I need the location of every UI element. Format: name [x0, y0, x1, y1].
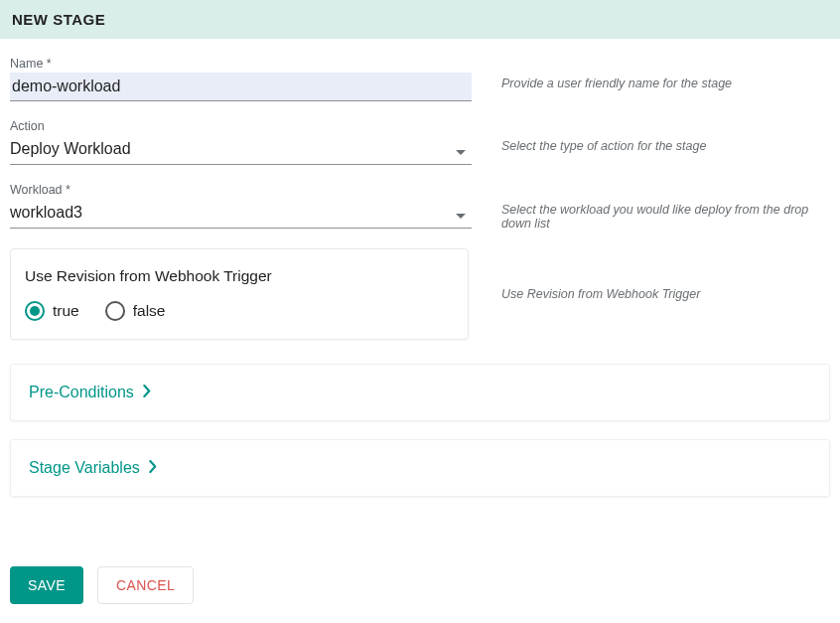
radio-icon-selected — [25, 301, 45, 321]
radio-true-label: true — [53, 302, 79, 320]
action-value: Deploy Workload — [10, 135, 472, 165]
revision-title: Use Revision from Webhook Trigger — [25, 267, 454, 285]
name-label: Name * — [10, 57, 472, 71]
revision-card: Use Revision from Webhook Trigger true f… — [10, 248, 469, 340]
dialog-title: NEW STAGE — [12, 11, 105, 28]
chevron-right-icon — [148, 459, 157, 477]
radio-false-label: false — [133, 302, 166, 320]
stagevars-label: Stage Variables — [29, 459, 140, 477]
workload-value: workload3 — [10, 199, 472, 229]
name-help: Provide a user friendly name for the sta… — [472, 57, 830, 90]
name-input[interactable] — [10, 73, 472, 101]
action-help: Select the type of action for the stage — [472, 119, 830, 153]
workload-label: Workload * — [10, 183, 472, 197]
preconditions-section[interactable]: Pre-Conditions — [10, 364, 830, 421]
save-button[interactable]: SAVE — [10, 566, 83, 604]
revision-radio-group: true false — [25, 301, 454, 321]
revision-help: Use Revision from Webhook Trigger — [472, 287, 830, 301]
footer-actions: SAVE CANCEL — [0, 515, 840, 614]
action-label: Action — [10, 119, 472, 133]
form-content: Name * Provide a user friendly name for … — [0, 39, 840, 497]
workload-select[interactable]: workload3 — [10, 199, 472, 229]
cancel-button[interactable]: CANCEL — [97, 566, 194, 604]
preconditions-label: Pre-Conditions — [29, 384, 134, 401]
stagevars-section[interactable]: Stage Variables — [10, 439, 830, 497]
radio-true[interactable]: true — [25, 301, 79, 321]
row-action: Action Deploy Workload Select the type o… — [10, 119, 830, 165]
chevron-right-icon — [142, 384, 151, 401]
radio-false[interactable]: false — [105, 301, 166, 321]
row-workload: Workload * workload3 Select the workload… — [10, 183, 830, 231]
row-name: Name * Provide a user friendly name for … — [10, 57, 830, 101]
dialog-header: NEW STAGE — [0, 0, 840, 39]
row-revision: Use Revision from Webhook Trigger true f… — [10, 248, 830, 340]
workload-help: Select the workload you would like deplo… — [472, 183, 830, 231]
radio-icon-unselected — [105, 301, 125, 321]
action-select[interactable]: Deploy Workload — [10, 135, 472, 165]
